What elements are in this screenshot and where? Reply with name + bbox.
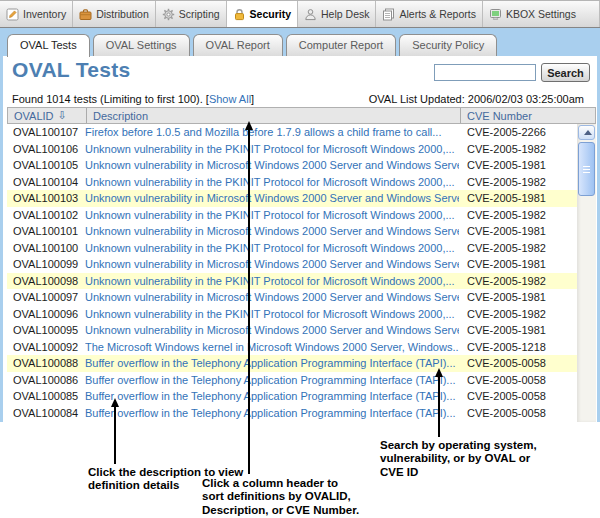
description-link[interactable]: Buffer overflow in the Telephony Applica…: [85, 390, 456, 402]
table-row: OVAL100098Unknown vulnerability in the P…: [7, 273, 577, 290]
ovalid-cell: OVAL100096: [7, 308, 85, 320]
nav-item-alerts-reports[interactable]: Alerts & Reports: [376, 1, 482, 27]
description-link[interactable]: Firefox before 1.0.5 and Mozilla before …: [85, 126, 441, 138]
search-button[interactable]: Search: [541, 63, 590, 82]
description-link[interactable]: Unknown vulnerability in Microsoft Windo…: [85, 192, 459, 204]
description-cell: Unknown vulnerability in the PKINIT Prot…: [85, 176, 459, 188]
description-cell: Firefox before 1.0.5 and Mozilla before …: [85, 126, 459, 138]
lock-icon: [233, 8, 246, 21]
results-table: OVALID⇩ Description CVE Number OVAL10010…: [7, 107, 596, 422]
table-row: OVAL100105Unknown vulnerability in Micro…: [7, 157, 577, 174]
vertical-scrollbar[interactable]: [577, 124, 596, 422]
annotation-arrow-sort: [248, 130, 250, 474]
column-header-ovalid[interactable]: OVALID⇩: [8, 108, 86, 123]
tab-computer-report[interactable]: Computer Report: [286, 34, 396, 56]
nav-item-distribution[interactable]: Distribution: [73, 1, 156, 27]
nav-item-help-desk[interactable]: Help Desk: [298, 1, 376, 27]
description-link[interactable]: Buffer overflow in the Telephony Applica…: [85, 357, 456, 369]
table-row: OVAL100097Unknown vulnerability in Micro…: [7, 289, 577, 306]
table-row: OVAL100092The Microsoft Windows kernel i…: [7, 339, 577, 356]
top-nav: InventoryDistributionScriptingSecurityHe…: [0, 0, 600, 28]
column-header-ovalid-label: OVALID: [14, 110, 54, 122]
description-link[interactable]: Unknown vulnerability in Microsoft Windo…: [85, 225, 459, 237]
description-link[interactable]: Unknown vulnerability in Microsoft Windo…: [85, 291, 459, 303]
table-row: OVAL100106Unknown vulnerability in the P…: [7, 141, 577, 158]
table-row: OVAL100099Unknown vulnerability in Micro…: [7, 256, 577, 273]
cve-cell: CVE-2005-1981: [459, 192, 577, 204]
description-link[interactable]: Unknown vulnerability in Microsoft Windo…: [85, 324, 459, 336]
table-row: OVAL100088Buffer overflow in the Telepho…: [7, 355, 577, 372]
cve-cell: CVE-2005-1981: [459, 258, 577, 270]
description-link[interactable]: Unknown vulnerability in Microsoft Windo…: [85, 258, 459, 270]
annotation-arrow-description: [114, 407, 116, 464]
cve-cell: CVE-2005-1981: [459, 225, 577, 237]
ovalid-cell: OVAL100104: [7, 176, 85, 188]
briefcase-icon: [79, 8, 92, 21]
description-link[interactable]: Unknown vulnerability in the PKINIT Prot…: [85, 275, 455, 287]
table-header-row: OVALID⇩ Description CVE Number: [7, 107, 596, 124]
description-link[interactable]: Unknown vulnerability in the PKINIT Prot…: [85, 308, 455, 320]
ovalid-cell: OVAL100099: [7, 258, 85, 270]
description-cell: Unknown vulnerability in Microsoft Windo…: [85, 159, 459, 171]
description-link[interactable]: Unknown vulnerability in the PKINIT Prot…: [85, 176, 455, 188]
cve-cell: CVE-2005-2266: [459, 126, 577, 138]
description-cell: Buffer overflow in the Telephony Applica…: [85, 390, 459, 402]
ovalid-cell: OVAL100085: [7, 390, 85, 402]
tab-oval-settings[interactable]: OVAL Settings: [93, 34, 190, 56]
ovalid-cell: OVAL100106: [7, 143, 85, 155]
description-link[interactable]: Buffer overflow in the Telephony Applica…: [85, 374, 456, 386]
description-link[interactable]: Unknown vulnerability in Microsoft Windo…: [85, 159, 459, 171]
cve-cell: CVE-2005-1982: [459, 143, 577, 155]
notepad-pencil-icon: [6, 8, 19, 21]
description-cell: Unknown vulnerability in Microsoft Windo…: [85, 225, 459, 237]
tab-security-policy[interactable]: Security Policy: [399, 34, 497, 56]
cve-cell: CVE-2005-1981: [459, 324, 577, 336]
column-header-description[interactable]: Description: [86, 108, 460, 123]
description-link[interactable]: Unknown vulnerability in the PKINIT Prot…: [85, 143, 455, 155]
table-row: OVAL100095Unknown vulnerability in Micro…: [7, 322, 577, 339]
description-cell: Buffer overflow in the Telephony Applica…: [85, 357, 459, 369]
column-header-cve-label: CVE Number: [467, 110, 532, 122]
nav-item-label: Security: [250, 8, 291, 20]
scrollbar-thumb[interactable]: [578, 142, 595, 196]
documents-icon: [382, 8, 395, 21]
ovalid-cell: OVAL100103: [7, 192, 85, 204]
column-header-cve[interactable]: CVE Number: [460, 108, 595, 123]
description-cell: Unknown vulnerability in the PKINIT Prot…: [85, 275, 459, 287]
nav-item-kbox-settings[interactable]: KBOX Settings: [483, 1, 600, 27]
gear-icon: [162, 8, 175, 21]
nav-item-scripting[interactable]: Scripting: [156, 1, 227, 27]
cve-cell: CVE-2005-1982: [459, 176, 577, 188]
page-title: OVAL Tests: [12, 58, 131, 82]
show-all-bracket-close: ]: [251, 93, 254, 105]
description-cell: Unknown vulnerability in Microsoft Windo…: [85, 291, 459, 303]
tab-oval-report[interactable]: OVAL Report: [193, 34, 283, 56]
sort-descending-icon: ⇩: [58, 109, 67, 122]
table-row: OVAL100103Unknown vulnerability in Micro…: [7, 190, 577, 207]
cve-cell: CVE-2005-1982: [459, 275, 577, 287]
nav-item-security[interactable]: Security: [227, 1, 298, 27]
ovalid-cell: OVAL100100: [7, 242, 85, 254]
nav-item-inventory[interactable]: Inventory: [0, 1, 73, 27]
ovalid-cell: OVAL100105: [7, 159, 85, 171]
description-link[interactable]: Unknown vulnerability in the PKINIT Prot…: [85, 209, 455, 221]
description-link[interactable]: Unknown vulnerability in the PKINIT Prot…: [85, 242, 455, 254]
search-input[interactable]: [434, 64, 536, 81]
table-row: OVAL100085Buffer overflow in the Telepho…: [7, 388, 577, 405]
description-link[interactable]: Buffer overflow in the Telephony Applica…: [85, 407, 456, 419]
description-cell: Unknown vulnerability in the PKINIT Prot…: [85, 308, 459, 320]
cve-cell: CVE-2005-1981: [459, 159, 577, 171]
person-icon: [304, 8, 317, 21]
cve-cell: CVE-2005-0058: [459, 374, 577, 386]
scrollbar-up-arrow[interactable]: [578, 125, 595, 140]
tab-oval-tests[interactable]: OVAL Tests: [7, 34, 90, 57]
cve-cell: CVE-2005-1981: [459, 291, 577, 303]
description-cell: Unknown vulnerability in Microsoft Windo…: [85, 192, 459, 204]
ovalid-cell: OVAL100098: [7, 275, 85, 287]
table-row: OVAL100096Unknown vulnerability in the P…: [7, 306, 577, 323]
show-all-link[interactable]: Show All: [209, 93, 251, 105]
description-cell: Unknown vulnerability in the PKINIT Prot…: [85, 242, 459, 254]
description-link[interactable]: The Microsoft Windows kernel in Microsof…: [85, 341, 459, 353]
cve-cell: CVE-2005-0058: [459, 390, 577, 402]
cve-cell: CVE-2005-0058: [459, 407, 577, 419]
